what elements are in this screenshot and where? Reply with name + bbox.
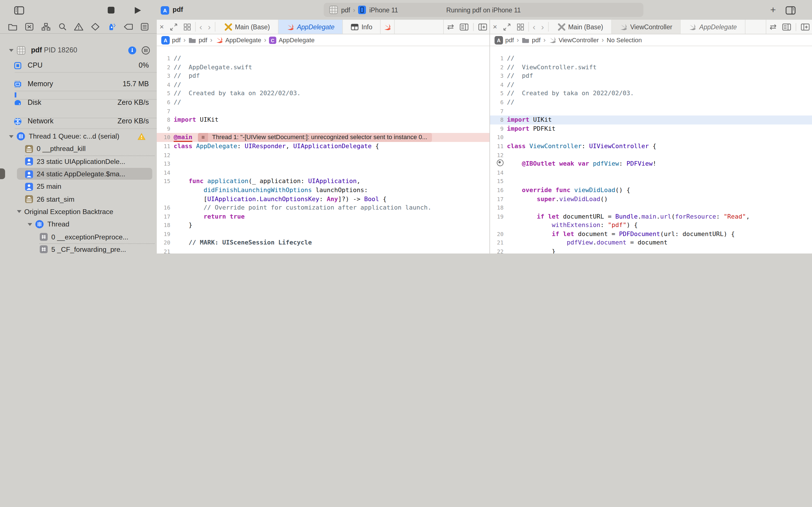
process-header[interactable]: pdf PID 18260 bbox=[0, 43, 157, 57]
code-line[interactable]: 17 super.viewDidLoad() bbox=[490, 194, 812, 203]
navigator-debug-spray-button[interactable] bbox=[107, 22, 116, 31]
code-line[interactable]: 14 bbox=[490, 168, 812, 177]
code-line[interactable]: 6// bbox=[490, 98, 812, 107]
code-line[interactable]: 6// bbox=[157, 98, 490, 107]
tab-main-base-[interactable]: Main (Base) bbox=[216, 20, 278, 34]
code-review-button[interactable] bbox=[769, 23, 777, 30]
code-line[interactable]: 18 bbox=[490, 203, 812, 212]
code-line[interactable]: [UIApplication.LaunchOptionsKey: Any]?) … bbox=[157, 194, 490, 203]
list-item[interactable]: 5 _CF_forwarding_pre... bbox=[0, 243, 157, 253]
code-line[interactable]: 11class ViewController: UIViewController… bbox=[490, 142, 812, 151]
list-item[interactable]: 26 start_sim bbox=[0, 193, 157, 206]
toggle-left-sidebar-button[interactable] bbox=[13, 4, 25, 16]
code-line[interactable]: 7 bbox=[490, 107, 812, 115]
code-line[interactable]: 20 if let document = PDFDocument(url: do… bbox=[490, 230, 812, 238]
code-line[interactable]: 3// pdf bbox=[490, 71, 812, 80]
code-line[interactable]: 7 bbox=[157, 107, 490, 115]
add-tab-button[interactable]: + bbox=[767, 4, 779, 16]
breadcrumb-item[interactable]: ViewController bbox=[559, 37, 599, 43]
breadcrumb-item[interactable]: AppDelegate bbox=[278, 37, 314, 43]
gauge-row-network[interactable]: Network Zero KB/s bbox=[0, 114, 157, 128]
chevron-down-icon[interactable] bbox=[9, 49, 13, 52]
gauge-row-cpu[interactable]: CPU 0% bbox=[0, 59, 157, 72]
code-line[interactable]: 19 if let documentURL = Bundle.main.url(… bbox=[490, 212, 812, 221]
code-line[interactable]: 19 bbox=[157, 230, 490, 238]
run-button[interactable] bbox=[132, 4, 143, 16]
code-line[interactable]: 13 bbox=[157, 159, 490, 168]
code-line[interactable]: 9 bbox=[157, 124, 490, 133]
code-line[interactable]: 12 bbox=[157, 151, 490, 159]
code-line[interactable]: 18 } bbox=[157, 221, 490, 230]
code-line[interactable]: 8import UIKit bbox=[490, 115, 812, 124]
enter-fullscreen-button[interactable] bbox=[500, 20, 513, 34]
code-line[interactable]: 21 bbox=[157, 247, 490, 253]
breadcrumb-item[interactable]: pdf bbox=[199, 37, 207, 43]
breadcrumb-item[interactable]: pdf bbox=[505, 37, 514, 43]
list-item[interactable]: 23 static UIApplicationDele... bbox=[0, 155, 157, 168]
nav-back-button[interactable]: ‹ bbox=[197, 20, 205, 34]
add-editor-button[interactable] bbox=[478, 23, 487, 31]
code-line[interactable]: 16 override func viewDidLoad() { bbox=[490, 186, 812, 194]
navigator-tag-button[interactable] bbox=[123, 22, 133, 31]
list-item[interactable]: 25 main bbox=[0, 180, 157, 193]
list-item[interactable]: 0 __exceptionPreproce... bbox=[0, 231, 157, 243]
code-line[interactable]: 5// Created by taka on 2022/02/03. bbox=[157, 89, 490, 98]
source-editor-appdelegate[interactable]: 1//2// AppDelegate.swift3// pdf4//5// Cr… bbox=[157, 46, 490, 253]
editor-layout-button[interactable] bbox=[513, 20, 527, 34]
nav-forward-button[interactable]: › bbox=[538, 20, 547, 34]
tab-viewcontroller[interactable]: ViewController bbox=[612, 20, 680, 34]
editor-layout-button[interactable] bbox=[180, 20, 194, 34]
navigator-list-button[interactable] bbox=[140, 22, 149, 31]
stack-frame-selected[interactable]: 24 static AppDelegate.$ma... bbox=[0, 168, 157, 180]
tab-appdelegate[interactable]: AppDelegate bbox=[680, 20, 745, 34]
breadcrumb-item[interactable]: No Selection bbox=[607, 37, 642, 43]
code-line[interactable]: 4// bbox=[490, 80, 812, 89]
list-item[interactable]: Thread 1 Queue: c...d (serial) bbox=[0, 130, 157, 143]
code-review-button[interactable] bbox=[446, 23, 455, 30]
chevron-down-icon[interactable] bbox=[28, 223, 32, 226]
breadcrumb-item[interactable]: AppDelegate bbox=[225, 37, 261, 43]
code-line[interactable]: 2// AppDelegate.swift bbox=[157, 63, 490, 71]
enter-fullscreen-button[interactable] bbox=[167, 20, 180, 34]
code-line[interactable]: 15 bbox=[490, 177, 812, 186]
add-editor-button[interactable] bbox=[801, 23, 810, 31]
gauge-icon[interactable] bbox=[128, 46, 137, 54]
list-item[interactable]: Original Exception Backtrace bbox=[0, 206, 157, 218]
gauge-row-disk[interactable]: Disk Zero KB/s bbox=[0, 96, 157, 109]
code-line[interactable]: 17 return true bbox=[157, 212, 490, 221]
breadcrumb-item[interactable]: pdf bbox=[532, 37, 541, 43]
code-line[interactable]: 16 // Override point for customization a… bbox=[157, 203, 490, 212]
breadcrumb-item[interactable]: pdf bbox=[172, 37, 181, 43]
gauge-row-memory[interactable]: Memory 15.7 MB bbox=[0, 77, 157, 91]
code-line[interactable]: 15 func application(_ application: UIApp… bbox=[157, 177, 490, 186]
list-item[interactable]: 0 __pthread_kill bbox=[0, 143, 157, 156]
nav-forward-button[interactable]: › bbox=[205, 20, 213, 34]
minimap-button[interactable] bbox=[782, 23, 791, 31]
code-line[interactable]: @IBOutlet weak var pdfView: PDFView! bbox=[490, 159, 812, 168]
navigator-search-button[interactable] bbox=[58, 22, 67, 31]
list-item[interactable]: Thread bbox=[0, 218, 157, 231]
close-editor-button[interactable]: × bbox=[157, 20, 167, 34]
code-line[interactable]: 1// bbox=[157, 54, 490, 63]
threads-view-icon[interactable] bbox=[142, 46, 150, 54]
navigator-diamond-button[interactable] bbox=[91, 22, 100, 31]
code-line[interactable]: 12 bbox=[490, 151, 812, 159]
code-line[interactable]: 4// bbox=[157, 80, 490, 89]
inline-error-banner[interactable]: ≡Thread 1: "-[UIView setDocument:]: unre… bbox=[198, 133, 432, 142]
code-line[interactable]: withExtension: "pdf") { bbox=[490, 221, 812, 230]
nav-back-button[interactable]: ‹ bbox=[530, 20, 538, 34]
navigator-warning-tri-button[interactable] bbox=[74, 22, 84, 31]
iboutlet-connector-icon[interactable] bbox=[497, 159, 504, 166]
code-line[interactable]: 3// pdf bbox=[157, 71, 490, 80]
tab-main-base-[interactable]: Main (Base) bbox=[550, 20, 612, 34]
code-line[interactable]: 10@main≡Thread 1: "-[UIView setDocument:… bbox=[157, 133, 490, 142]
navigator-folder-button[interactable] bbox=[8, 22, 18, 31]
code-line[interactable]: 22 } bbox=[490, 247, 812, 253]
tab-info[interactable]: Info bbox=[343, 20, 380, 34]
stop-button[interactable] bbox=[105, 4, 117, 16]
code-line[interactable]: 14 bbox=[157, 168, 490, 177]
code-line[interactable]: 9import PDFKit bbox=[490, 124, 812, 133]
code-line[interactable]: 21 pdfView.document = document bbox=[490, 238, 812, 247]
code-line[interactable]: didFinishLaunchingWithOptions launchOpti… bbox=[157, 186, 490, 194]
source-editor-viewcontroller[interactable]: 1//2// ViewController.swift3// pdf4//5//… bbox=[490, 46, 812, 253]
